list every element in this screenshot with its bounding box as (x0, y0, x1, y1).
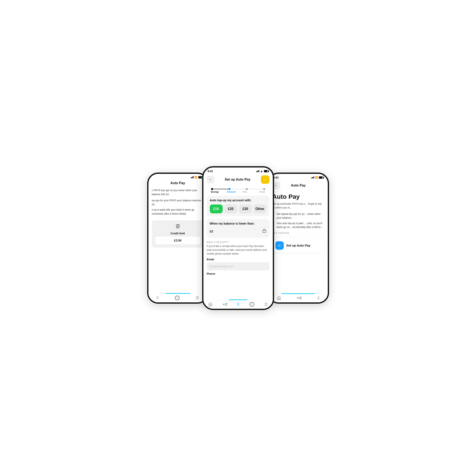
center-bottom-nav: £ ? ☰ (204, 300, 273, 309)
right-wifi-icon: 📶 (315, 176, 318, 179)
amount-30-button[interactable]: £30 (239, 204, 252, 213)
svg-point-6 (298, 298, 298, 298)
center-back-button[interactable]: ← (207, 176, 214, 183)
home-icon (208, 302, 213, 306)
left-body-2: op-ups for your PAYG your balance reache… (152, 199, 204, 207)
check-text-1: Set repeat top-ups for yo... meter when … (277, 212, 324, 220)
svg-line-5 (224, 304, 226, 305)
right-nodes-icon (297, 296, 302, 300)
email-input[interactable]: sam@example.com (207, 262, 269, 271)
nav-pound[interactable]: £ (156, 296, 159, 300)
lightning-button[interactable]: ⚡ (261, 175, 269, 184)
lock-icon (262, 229, 266, 234)
amount-card-title: Auto top-up my account with: (210, 199, 266, 202)
bar2 (191, 177, 192, 178)
question-icon: ? (175, 296, 180, 300)
right-content: Auto Pay Set up automatic PAYG top-u... … (269, 191, 328, 293)
phone-right: 9:41 📶 ← Auto Pay Auto Pay Set up aut (268, 172, 329, 304)
balance-card: When my balance is lower than: £2 (207, 219, 269, 238)
amount-20-button[interactable]: £20 (224, 204, 237, 213)
setup-auto-pay-button[interactable]: ∞ Set up Auto Pay (272, 238, 324, 253)
r-bar1 (311, 178, 312, 178)
center-status-time: 9:41 (208, 170, 213, 173)
balance-card-title: When my balance is lower than: (210, 222, 266, 225)
bar4 (193, 176, 194, 178)
receipt-label: NEED A RECEIPT? (207, 240, 269, 243)
left-signal (190, 176, 194, 178)
step-dot-0 (211, 188, 213, 190)
stepper-container: Energy Amount Pay Done (204, 186, 273, 195)
left-status-bar: 📶 (149, 174, 207, 180)
svg-line-4 (224, 304, 226, 304)
lightning-icon: ⚡ (263, 177, 268, 182)
r-bar2 (312, 177, 313, 178)
balance-value: £2 (210, 229, 213, 233)
step-label-done: Done (252, 190, 265, 193)
right-bottom-nav: £ (269, 294, 328, 302)
left-body-1: c PAYG top-ups so you never when your ba… (152, 188, 204, 196)
right-header-title: Auto Pay (291, 184, 306, 187)
center-nav-menu[interactable]: ☰ (264, 302, 268, 307)
svg-point-7 (300, 297, 301, 298)
stepper-labels: Energy Amount Pay Done (207, 190, 269, 195)
svg-point-8 (300, 298, 301, 299)
setup-infinity-icon: ∞ (275, 241, 284, 250)
right-status-bar: 9:41 📶 (269, 174, 328, 180)
balance-row: £2 (210, 228, 266, 235)
trash-icon (175, 224, 180, 230)
right-big-title: Auto Pay (272, 193, 324, 200)
credit-limit-label: Credit limit (171, 232, 185, 235)
left-header-title: Auto Pay (170, 181, 185, 185)
left-body-3: o-up is paid with your bank ll never go … (152, 208, 204, 216)
right-nav-home[interactable] (277, 296, 281, 300)
right-nav-pound[interactable]: £ (318, 296, 320, 300)
step-line-12 (231, 189, 246, 189)
center-status-bar: 9:41 (204, 168, 273, 174)
amount-other-button[interactable]: Other (254, 204, 266, 213)
right-header: ← Auto Pay (269, 180, 328, 191)
email-field-label: Email (207, 258, 269, 261)
svg-rect-0 (263, 231, 266, 232)
scene: 📶 Auto Pay c PAYG top-ups so you never w… (122, 166, 354, 310)
receipt-section: NEED A RECEIPT? If you'd like a receipt … (207, 240, 269, 275)
center-scroll-content: Auto top-up my account with: £10 £20 £30… (204, 195, 273, 299)
amount-10-button[interactable]: £10 (210, 204, 223, 213)
bar1 (190, 177, 191, 178)
check-text-2: Your auto top-up is paid ... card, so yo… (277, 221, 324, 229)
left-header: Auto Pay (149, 180, 207, 187)
center-nav-question[interactable]: ? (250, 302, 254, 307)
svg-line-10 (298, 298, 301, 299)
step-label-energy: Energy (211, 190, 224, 193)
step-dot-3 (263, 188, 265, 190)
right-status-icons: 📶 (311, 176, 323, 179)
phone-center: 9:41 ← Set up (202, 166, 274, 310)
step-line-01 (213, 189, 228, 189)
check-item-2: ✓ Your auto top-up is paid ... card, so … (272, 221, 324, 229)
center-nav-nodes[interactable] (223, 302, 227, 306)
right-nav-nodes[interactable] (297, 296, 302, 300)
center-question-icon: ? (250, 302, 254, 307)
get-started-divider (272, 236, 324, 236)
stepper-dots (207, 186, 269, 190)
get-started-label: GET STARTED (272, 232, 324, 234)
r-bar4 (314, 176, 314, 178)
step-dot-2 (246, 188, 248, 190)
delete-section: Credit limit £2.00 (152, 220, 204, 248)
r-bar3 (313, 177, 313, 178)
svg-line-9 (298, 297, 301, 298)
credit-value: £2.00 (155, 237, 201, 244)
step-label-amount: Amount (224, 190, 238, 193)
bar3 (192, 177, 193, 178)
nav-menu[interactable]: ☰ (196, 296, 199, 300)
svg-point-1 (223, 304, 224, 305)
setup-btn-text: Set up Auto Pay (286, 244, 310, 247)
center-wifi-icon (260, 170, 263, 172)
receipt-description: If you'd like a receipt when your Auto P… (207, 244, 269, 256)
center-header: ← Set up Auto Pay ⚡ (204, 174, 273, 186)
left-content: c PAYG top-ups so you never when your ba… (149, 187, 207, 293)
center-nav-pound[interactable]: £ (237, 302, 239, 306)
left-status-icons: 📶 (190, 176, 203, 179)
check-item-1: ✓ Set repeat top-ups for yo... meter whe… (272, 212, 324, 220)
nav-question[interactable]: ? (175, 296, 180, 300)
center-nav-home[interactable] (208, 302, 213, 306)
